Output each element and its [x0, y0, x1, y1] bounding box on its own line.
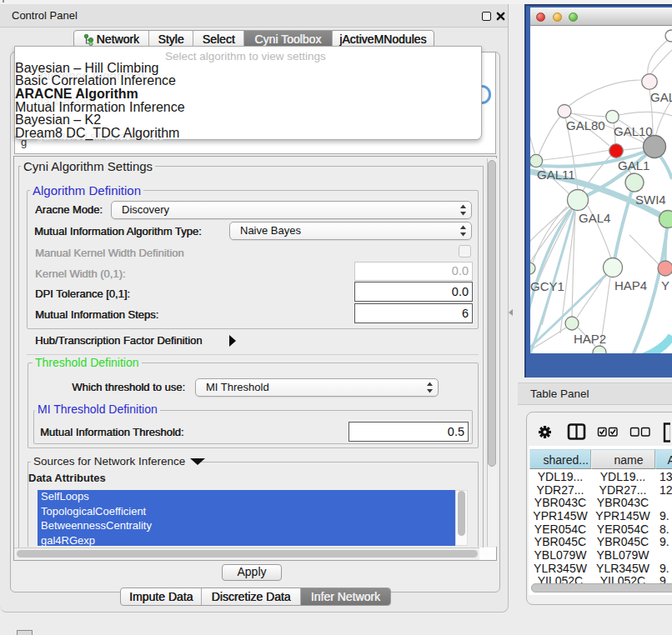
svg-text:HAP4: HAP4: [614, 278, 647, 292]
svg-text:Y: Y: [661, 278, 669, 292]
svg-text:GAL4: GAL4: [579, 211, 610, 225]
svg-text:GAL11: GAL11: [537, 168, 575, 182]
svg-text:GCY1: GCY1: [530, 279, 564, 293]
svg-text:GAL10: GAL10: [614, 124, 653, 138]
svg-text:SWI4: SWI4: [635, 192, 666, 207]
svg-text:GAL1: GAL1: [618, 158, 649, 172]
svg-text:HAP2: HAP2: [574, 332, 606, 346]
svg-text:GAL80: GAL80: [566, 118, 605, 132]
svg-text:GAL: GAL: [650, 90, 672, 104]
